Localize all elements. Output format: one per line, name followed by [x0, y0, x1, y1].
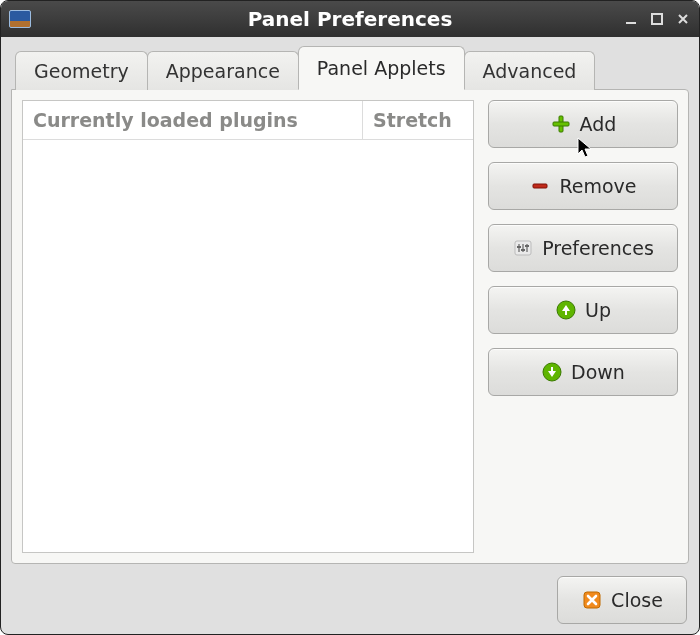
button-label: Add: [580, 113, 617, 135]
svg-rect-11: [525, 245, 529, 247]
tab-notebook: Geometry Appearance Panel Applets Advanc…: [11, 45, 689, 564]
plugins-header-row: Currently loaded plugins Stretch: [23, 101, 473, 140]
button-label: Up: [585, 299, 611, 321]
titlebar[interactable]: Panel Preferences: [1, 1, 699, 37]
remove-button[interactable]: Remove: [488, 162, 678, 210]
tab-bar: Geometry Appearance Panel Applets Advanc…: [11, 45, 689, 89]
button-label: Preferences: [542, 237, 654, 259]
close-button[interactable]: Close: [557, 576, 687, 624]
minimize-button[interactable]: [623, 11, 639, 27]
close-x-icon: [581, 589, 603, 611]
app-monitor-icon: [9, 10, 31, 28]
button-label: Remove: [559, 175, 636, 197]
svg-rect-0: [626, 22, 636, 24]
button-label: Close: [611, 589, 663, 611]
preferences-button[interactable]: Preferences: [488, 224, 678, 272]
window-title: Panel Preferences: [1, 7, 699, 31]
tab-advanced[interactable]: Advanced: [464, 51, 596, 90]
tab-page-panel-applets: Currently loaded plugins Stretch: [11, 89, 689, 564]
panel-preferences-window: Panel Preferences Geometry Appearance: [0, 0, 700, 635]
plugins-table[interactable]: Currently loaded plugins Stretch: [22, 100, 474, 553]
tab-appearance[interactable]: Appearance: [147, 51, 299, 90]
tab-label: Advanced: [483, 60, 577, 82]
svg-rect-1: [652, 14, 662, 24]
tab-label: Geometry: [34, 60, 129, 82]
up-button[interactable]: Up: [488, 286, 678, 334]
plus-icon: [550, 113, 572, 135]
window-body: Geometry Appearance Panel Applets Advanc…: [1, 37, 699, 634]
tab-label: Appearance: [166, 60, 280, 82]
maximize-button[interactable]: [649, 11, 665, 27]
add-button[interactable]: Add: [488, 100, 678, 148]
column-header-stretch[interactable]: Stretch: [363, 101, 473, 139]
tab-label: Panel Applets: [317, 57, 446, 79]
minus-icon: [529, 175, 551, 197]
svg-rect-4: [533, 184, 547, 188]
svg-rect-10: [521, 249, 525, 251]
up-icon: [555, 299, 577, 321]
applet-actions-column: Add Remove: [488, 100, 678, 553]
plugins-body-empty[interactable]: [23, 140, 473, 552]
down-button[interactable]: Down: [488, 348, 678, 396]
button-label: Down: [571, 361, 625, 383]
down-icon: [541, 361, 563, 383]
svg-rect-9: [517, 246, 521, 248]
settings-icon: [512, 237, 534, 259]
svg-rect-3: [553, 122, 569, 126]
plugins-pane: Currently loaded plugins Stretch: [22, 100, 474, 553]
close-window-button[interactable]: [675, 11, 691, 27]
tab-panel-applets[interactable]: Panel Applets: [298, 46, 465, 90]
column-header-plugins[interactable]: Currently loaded plugins: [23, 101, 363, 139]
window-controls: [623, 11, 691, 27]
tab-geometry[interactable]: Geometry: [15, 51, 148, 90]
dialog-footer: Close: [11, 572, 689, 624]
